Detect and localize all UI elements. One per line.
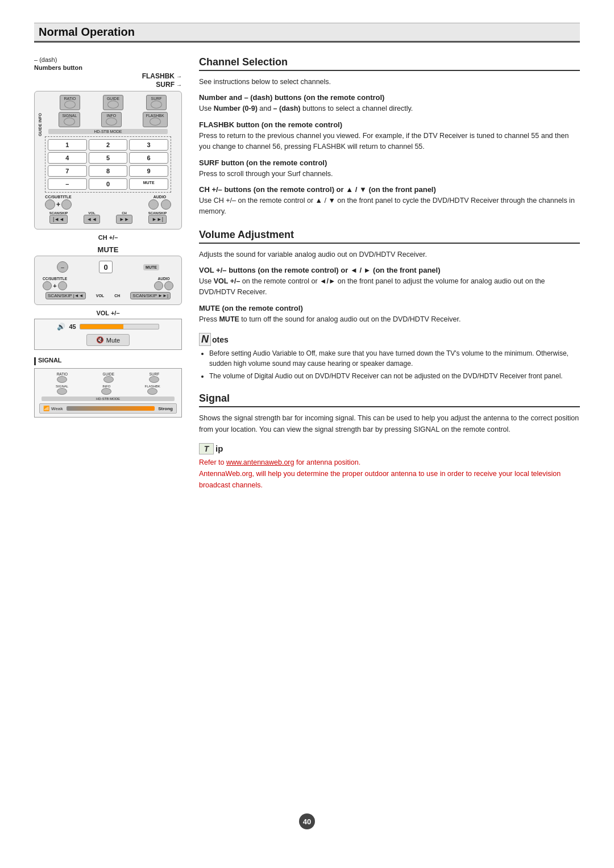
- tip-text: Refer to www.antennaweb.org for antenna …: [199, 457, 580, 491]
- tip-header: T ip: [199, 443, 580, 454]
- info-button[interactable]: INFO: [101, 112, 122, 127]
- scan-skip-right-label: SCAN/SKIP: [148, 211, 167, 215]
- signal-heading: Signal: [199, 393, 580, 407]
- num-dash[interactable]: –: [48, 178, 87, 190]
- info-btn-label: INFO: [105, 114, 118, 118]
- flashbk-button[interactable]: FLASHBK: [143, 112, 168, 127]
- signal-button[interactable]: SIGNAL: [59, 112, 80, 127]
- surf-heading: SURF button (on the remote control): [199, 158, 580, 167]
- num-5[interactable]: 5: [89, 152, 128, 164]
- mute-display-btn[interactable]: 🔇 Mute: [86, 334, 130, 346]
- number-dash-text: Use Number (0-9) and – (dash) buttons to…: [199, 103, 580, 114]
- scan-skip-right-btn[interactable]: ►►|: [148, 215, 167, 224]
- surf-label: SURF: [156, 81, 175, 89]
- right-column: Channel Selection See instructions below…: [199, 56, 580, 491]
- cc-subtitle-label: CC/SUBTITLE: [45, 195, 72, 199]
- note-item-1: Before setting Audio Variable to Off, ma…: [209, 348, 580, 369]
- weak-icon: 📶: [43, 406, 49, 411]
- ch-plus-minus-label: CH +/–: [34, 234, 182, 241]
- surf-button[interactable]: SURF: [146, 95, 167, 110]
- speaker-icon: 🔊: [57, 323, 65, 331]
- vol-buttons-text: Use VOL +/– on the remote control or ◄/►…: [199, 276, 580, 298]
- signal-main-label: SIGNAL: [38, 357, 62, 364]
- mute-main-label: MUTE: [34, 245, 182, 254]
- mute-heading: MUTE (on the remote control): [199, 304, 580, 312]
- tip-text-before: Refer to: [199, 458, 226, 466]
- vol-label-2: VOL: [96, 294, 104, 298]
- volume-bar-track: [80, 324, 159, 329]
- num-6[interactable]: 6: [129, 152, 168, 164]
- minus-btn[interactable]: –: [57, 261, 68, 273]
- flashbk-text: Press to return to the previous channel …: [199, 131, 580, 153]
- page-title-bar: Normal Operation: [34, 23, 580, 43]
- dash-label: – (dash): [34, 56, 57, 63]
- vol-buttons-heading: VOL +/– buttons (on the remote control) …: [199, 266, 580, 274]
- channel-selection-heading: Channel Selection: [199, 56, 580, 71]
- notes-header: N otes: [199, 333, 580, 346]
- vol-plus-minus-label: VOL +/–: [34, 310, 182, 316]
- guide-info-label: GUIDE INFO: [38, 113, 42, 136]
- volume-adjustment-intro: Adjusts the sound for variable analog au…: [199, 249, 580, 260]
- volume-adjustment-heading: Volume Adjustment: [199, 229, 580, 244]
- tip-section: T ip Refer to www.antennaweb.org for ant…: [199, 443, 580, 491]
- volume-bar-diagram: 🔊 45 🔇 Mute: [34, 319, 182, 350]
- surf-btn-label: SURF: [150, 97, 163, 101]
- num-mute-small[interactable]: MUTE: [129, 178, 168, 190]
- mute-btn-label: Mute: [106, 337, 120, 344]
- remote-diagram-main: GUIDE INFO RATIO GUIDE SURF: [34, 91, 182, 229]
- page-title: Normal Operation: [39, 26, 575, 39]
- tip-label: ip: [215, 444, 223, 453]
- num-4[interactable]: 4: [48, 152, 87, 164]
- tip-letter: T: [204, 444, 209, 453]
- num-9[interactable]: 9: [129, 165, 168, 177]
- num-0[interactable]: 0: [89, 178, 128, 190]
- guide-button[interactable]: GUIDE: [103, 95, 123, 110]
- left-column: – (dash) Numbers button FLASHBK → SURF →…: [34, 56, 182, 491]
- num-8[interactable]: 8: [89, 165, 128, 177]
- cc-subtitle-label-2: CC/SUBTITLE: [43, 277, 67, 281]
- notes-section: N otes Before setting Audio Variable to …: [199, 333, 580, 381]
- tip-link[interactable]: www.antennaweb.org: [226, 458, 294, 466]
- flashbk-heading: FLASHBK button (on the remote control): [199, 120, 580, 129]
- vol-scan-right-btn[interactable]: SCAN/SKIP ►►|: [130, 292, 171, 299]
- ch-buttons-heading: CH +/– buttons (on the remote control) o…: [199, 185, 580, 194]
- signal-strong-label: Strong: [158, 406, 173, 411]
- ratio-button[interactable]: RATIO: [60, 95, 80, 110]
- ch-btn[interactable]: ►►: [116, 215, 133, 224]
- number-grid: 1 2 3 4 5 6 7 8 9 – 0 MUTE: [45, 136, 171, 193]
- tip-text-after: for antenna position.: [294, 458, 360, 466]
- audio-label: AUDIO: [148, 195, 171, 199]
- num-7[interactable]: 7: [48, 165, 87, 177]
- number-dash-heading: Number and – (dash) buttons (on the remo…: [199, 93, 580, 102]
- flashbk-btn-label: FLASHBK: [146, 114, 164, 118]
- channel-selection-intro: See instructions below to select channel…: [199, 77, 580, 87]
- tip-t-box: T: [199, 443, 214, 454]
- notes-n-letter: N: [199, 333, 211, 346]
- guide-label: GUIDE: [106, 97, 120, 101]
- hd-stb-mode-signal: HD-STB MODE: [42, 397, 175, 401]
- signal-weak-label: Weak: [51, 406, 63, 411]
- mute-text: Press MUTE to turn off the sound for ana…: [199, 314, 580, 325]
- vol-scan-left-btn[interactable]: SCAN/SKIP |◄◄: [45, 292, 86, 299]
- scan-skip-left-btn[interactable]: |◄◄: [49, 215, 68, 224]
- vol-btn[interactable]: ◄◄: [84, 215, 101, 224]
- volume-bar-fill: [80, 324, 123, 329]
- note-item-2: The volume of Digital Audio out on DVD/H…: [209, 371, 580, 381]
- num-2[interactable]: 2: [89, 139, 128, 151]
- page-number: 40: [299, 813, 315, 829]
- numbers-label: Numbers button: [34, 64, 82, 71]
- mute-speaker-icon: 🔇: [96, 336, 104, 344]
- notes-list: Before setting Audio Variable to Off, ma…: [199, 348, 580, 381]
- ratio-label: RATIO: [63, 97, 77, 101]
- zero-btn[interactable]: 0: [99, 261, 113, 273]
- mute-small-label: MUTE: [143, 264, 159, 270]
- flashbk-label: FLASHBK: [142, 72, 175, 80]
- surf-text: Press to scroll through your Surf channe…: [199, 169, 580, 180]
- signal-bar: [67, 406, 155, 411]
- notes-label: otes: [212, 335, 229, 344]
- num-3[interactable]: 3: [129, 139, 168, 151]
- signal-btn-label: SIGNAL: [62, 114, 77, 118]
- volume-number: 45: [69, 323, 76, 330]
- signal-diagram: RATIO GUIDE SURF SIGNAL: [34, 368, 182, 418]
- num-1[interactable]: 1: [48, 139, 87, 151]
